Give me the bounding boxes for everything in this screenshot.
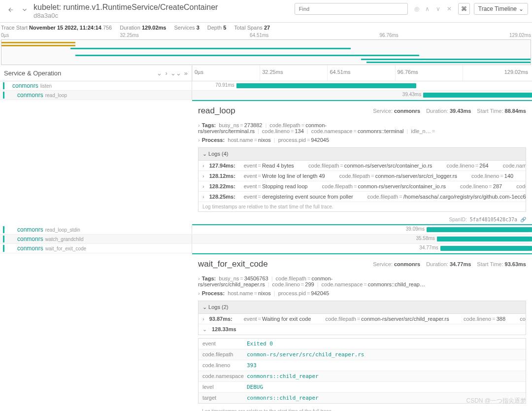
logs-header[interactable]: ⌄ Logs (2) <box>198 301 526 314</box>
find-next-icon[interactable]: ∨ <box>433 4 443 14</box>
span-detail-panel: wait_for_exit_code Service: conmonrsDura… <box>192 253 532 411</box>
log-detail-row: code.namespaceconmonrs::child_reaper <box>199 371 526 382</box>
log-detail-row: code.lineno393 <box>199 360 526 371</box>
log-entry-expanded[interactable]: ⌄128.33ms <box>199 324 526 335</box>
log-entry[interactable]: ›128.12ms:event=Wrote log line of length… <box>199 171 526 181</box>
log-entry[interactable]: ›127.94ms:event=Read 4 bytes code.filepa… <box>199 161 526 171</box>
span-row[interactable]: conmonrswait_for_exit_code 34.77ms <box>0 244 532 253</box>
find-target-icon[interactable]: ◎ <box>412 4 422 14</box>
service-operation-header: Service & Operation ⌄ › ⌄⌄ » 0µs 32.25ms… <box>0 65 532 81</box>
minimap-ticks: 0µs32.25ms64.51ms96.76ms129.02ms <box>0 33 532 38</box>
find-input[interactable] <box>295 3 408 15</box>
service-operation-label: Service & Operation <box>4 69 61 77</box>
timeline-header: 0µs 32.25ms 64.51ms 96.76ms 129.02ms <box>192 65 532 81</box>
trace-meta-bar: Trace Start November 15 2022, 11:24:14.7… <box>0 23 532 33</box>
span-row[interactable]: conmonrsread_loop_stdin 39.09ms <box>0 225 532 235</box>
span-detail-title: read_loop <box>198 106 235 116</box>
keyboard-shortcut-button[interactable]: ⌘ <box>458 3 470 15</box>
log-detail-row: code.filepathconmon-rs/server/src/child_… <box>199 349 526 360</box>
trace-header: kubelet: runtime.v1.RuntimeService/Creat… <box>0 0 532 23</box>
expand-all-icon[interactable]: ⌄⌄ <box>170 69 181 77</box>
chevron-down-icon: ⌄ <box>519 5 524 12</box>
expand-deep-icon[interactable]: » <box>184 69 188 77</box>
log-detail-row: targetconmonrs::child_reaper <box>199 393 526 403</box>
find-prev-icon[interactable]: ∧ <box>423 4 432 14</box>
log-detail-row: levelDEBUG <box>199 382 526 393</box>
trace-timeline-dropdown[interactable]: Trace Timeline⌄ <box>474 3 528 15</box>
trace-title: kubelet: runtime.v1.RuntimeService/Creat… <box>33 3 295 12</box>
span-detail-title: wait_for_exit_code <box>198 259 268 269</box>
trace-id: d8a3a0c <box>33 12 295 19</box>
find-nav: ◎ ∧ ∨ ✕ <box>412 4 454 14</box>
span-detail-panel: read_loop Service: conmonrsDuration: 39.… <box>192 100 532 225</box>
span-row[interactable]: conmonrsread_loop 39.43ms <box>0 91 532 100</box>
span-row[interactable]: conmonrslisten 70.91ms <box>0 81 532 91</box>
minimap[interactable] <box>1 39 531 65</box>
link-icon[interactable]: 🔗 <box>520 217 526 222</box>
span-row[interactable]: conmonrswatch_grandchild 35.58ms <box>0 235 532 244</box>
next-icon[interactable]: › <box>165 69 167 77</box>
log-entry[interactable]: ›128.22ms:event=Stopping read loop code.… <box>199 181 526 192</box>
collapse-all-icon[interactable]: ⌄ <box>157 69 162 77</box>
log-detail-table: eventExited 0code.filepathconmon-rs/serv… <box>198 338 526 404</box>
back-button[interactable] <box>4 3 18 17</box>
logs-header[interactable]: ⌄ Logs (4) <box>198 147 526 161</box>
log-entry[interactable]: ›128.25ms:event=deregistering event sour… <box>199 192 526 202</box>
log-entry[interactable]: ›93.87ms:event=Waiting for exit code cod… <box>199 314 526 324</box>
chevron-down-icon[interactable] <box>18 3 32 17</box>
find-close-icon[interactable]: ✕ <box>444 4 454 14</box>
log-detail-row: eventExited 0 <box>199 339 526 349</box>
